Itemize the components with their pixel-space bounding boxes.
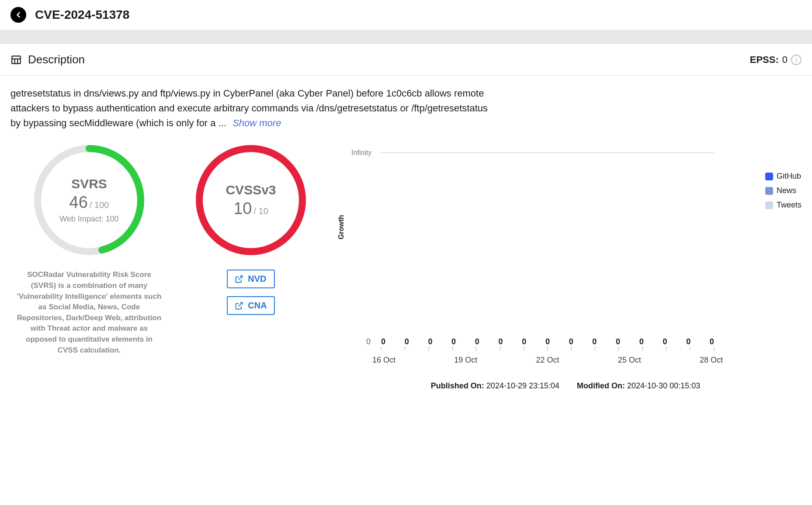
- page-title: CVE-2024-51378: [35, 8, 129, 22]
- svg-line-8: [239, 276, 243, 280]
- data-point-label: 0: [686, 337, 691, 346]
- list-details-icon: [10, 54, 22, 66]
- svrs-max: / 100: [90, 200, 109, 210]
- chart-column: Infinity Growth 0 000000000000000 16 Oct…: [334, 141, 802, 391]
- data-point-label: 0: [475, 337, 479, 346]
- header-bar: CVE-2024-51378: [0, 0, 812, 30]
- svrs-gauge: SVRS 46 / 100 Web Impact: 100: [30, 141, 148, 259]
- data-point-label: 0: [451, 337, 456, 346]
- data-point-label: 0: [545, 337, 550, 346]
- published-on: Published On: 2024-10-29 23:15:04: [431, 381, 559, 391]
- svrs-value: 46: [69, 193, 88, 212]
- nvd-link-button[interactable]: NVD: [227, 270, 274, 288]
- cna-link-button[interactable]: CNA: [227, 296, 274, 315]
- cna-link-label: CNA: [248, 301, 267, 311]
- data-point-label: 0: [522, 337, 526, 346]
- panels: SVRS 46 / 100 Web Impact: 100 SOCRadar V…: [0, 141, 812, 401]
- chart-y-label: Growth: [337, 215, 345, 239]
- data-point-label: 0: [499, 337, 503, 346]
- legend-swatch: [765, 201, 773, 209]
- svg-line-9: [239, 302, 243, 306]
- x-tick-label: 19 Oct: [454, 356, 477, 365]
- nvd-link-label: NVD: [248, 274, 266, 284]
- chart-x-labels: 16 Oct19 Oct22 Oct25 Oct28 Oct: [372, 356, 723, 365]
- data-point-label: 0: [428, 337, 432, 346]
- data-point-label: 0: [381, 337, 385, 346]
- section-header: Description EPSS: 0 i: [0, 44, 812, 76]
- info-icon[interactable]: i: [791, 55, 802, 65]
- growth-chart: Infinity Growth 0 000000000000000 16 Oct…: [334, 141, 802, 373]
- chart-x-ticks: [381, 346, 714, 351]
- description-block: getresetstatus in dns/views.py and ftp/v…: [0, 76, 503, 141]
- open-external-icon: [235, 275, 243, 284]
- section-title: Description: [28, 53, 85, 66]
- y-tick-top: Infinity: [351, 149, 371, 157]
- svrs-column: SVRS 46 / 100 Web Impact: 100 SOCRadar V…: [10, 141, 168, 356]
- epss-label: EPSS:: [750, 54, 779, 66]
- cvss-gauge: CVSSv3 10 / 10: [192, 141, 310, 259]
- legend-label: News: [777, 186, 796, 195]
- legend-item[interactable]: Tweets: [765, 201, 802, 210]
- cvss-max: / 10: [253, 206, 268, 216]
- data-point-label: 0: [569, 337, 573, 346]
- legend-swatch: [765, 173, 773, 180]
- chart-data-labels: 000000000000000: [381, 337, 714, 346]
- legend-item[interactable]: News: [765, 186, 802, 195]
- data-point-label: 0: [616, 337, 620, 346]
- cvss-value: 10: [233, 199, 252, 218]
- open-external-icon: [235, 301, 243, 310]
- chart-gridline: [381, 152, 714, 153]
- epss-value: 0: [782, 54, 788, 66]
- arrow-left-icon: [14, 10, 23, 19]
- legend-label: GitHub: [777, 172, 801, 181]
- x-tick-label: 28 Oct: [700, 356, 723, 365]
- legend-label: Tweets: [777, 201, 802, 210]
- data-point-label: 0: [639, 337, 644, 346]
- show-more-link[interactable]: Show more: [232, 118, 281, 128]
- back-button[interactable]: [10, 7, 26, 23]
- legend-swatch: [765, 187, 773, 195]
- external-links: NVD CNA: [227, 270, 274, 315]
- svg-rect-0: [12, 56, 21, 63]
- timestamps-row: Published On: 2024-10-29 23:15:04 Modifi…: [431, 381, 704, 391]
- x-tick-label: 25 Oct: [618, 356, 641, 365]
- cvss-label: CVSSv3: [226, 183, 276, 197]
- svrs-label: SVRS: [71, 176, 107, 191]
- epss-block: EPSS: 0 i: [750, 54, 802, 66]
- cvss-column: CVSSv3 10 / 10 NVD CNA: [185, 141, 316, 315]
- svrs-description: SOCRadar Vulnerability Risk Score (SVRS)…: [15, 270, 163, 356]
- data-point-label: 0: [710, 337, 714, 346]
- data-point-label: 0: [592, 337, 597, 346]
- legend-item[interactable]: GitHub: [765, 172, 802, 181]
- chart-legend: GitHubNewsTweets: [765, 172, 802, 210]
- grey-strip: [0, 30, 812, 44]
- x-tick-label: 16 Oct: [372, 356, 396, 365]
- data-point-label: 0: [405, 337, 409, 346]
- svrs-sub: Web Impact: 100: [59, 214, 119, 224]
- modified-on: Modified On: 2024-10-30 00:15:03: [577, 381, 700, 391]
- y-tick-bottom: 0: [366, 337, 371, 346]
- data-point-label: 0: [663, 337, 667, 346]
- x-tick-label: 22 Oct: [536, 356, 559, 365]
